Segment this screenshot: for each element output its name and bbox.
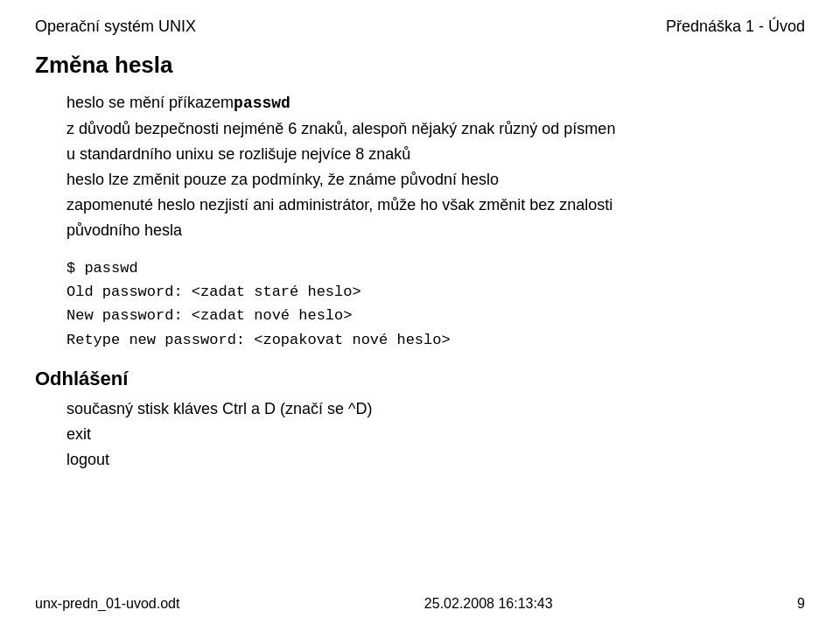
- footer: unx-predn_01-uvod.odt 25.02.2008 16:13:4…: [35, 596, 805, 612]
- subsection-title: Odhlášení: [35, 368, 805, 390]
- line2: z důvodů bezpečnosti nejméně 6 znaků, al…: [66, 117, 805, 141]
- code-line2: Old password: <zadat staré heslo>: [66, 280, 805, 304]
- passwd-code: passwd: [234, 95, 290, 112]
- header-left: Operační systém UNIX: [35, 18, 196, 36]
- header: Operační systém UNIX Přednáška 1 - Úvod: [35, 18, 805, 36]
- subsection-content: současný stisk kláves Ctrl a D (značí se…: [66, 397, 805, 472]
- code-line4: Retype new password: <zopakovat nové hes…: [66, 328, 805, 352]
- header-right: Přednáška 1 - Úvod: [666, 18, 805, 36]
- page-container: Operační systém UNIX Přednáška 1 - Úvod …: [0, 0, 840, 624]
- footer-right: 9: [797, 596, 805, 612]
- section-title: Změna hesla: [35, 52, 805, 79]
- code-line3: New password: <zadat nové heslo>: [66, 304, 805, 327]
- subsection-line1: současný stisk kláves Ctrl a D (značí se…: [66, 397, 805, 421]
- subsection-line3: logout: [66, 448, 805, 472]
- code-line1: $ passwd: [66, 256, 805, 280]
- subsection-line2: exit: [66, 423, 805, 446]
- intro-line1: heslo se mění příkazempasswd: [66, 91, 805, 116]
- code-block: $ passwd Old password: <zadat staré hesl…: [66, 256, 805, 352]
- footer-center: 25.02.2008 16:13:43: [424, 596, 553, 612]
- content-block: heslo se mění příkazempasswd z důvodů be…: [66, 91, 805, 242]
- line3: u standardního unixu se rozlišuje nejvíc…: [66, 143, 805, 166]
- line4: heslo lze změnit pouze za podmínky, že z…: [66, 168, 805, 192]
- intro-line1-prefix: heslo se mění příkazem: [66, 94, 234, 111]
- line6: původního hesla: [66, 219, 805, 242]
- line5: zapomenuté heslo nezjistí ani administrá…: [66, 193, 805, 217]
- footer-left: unx-predn_01-uvod.odt: [35, 596, 179, 612]
